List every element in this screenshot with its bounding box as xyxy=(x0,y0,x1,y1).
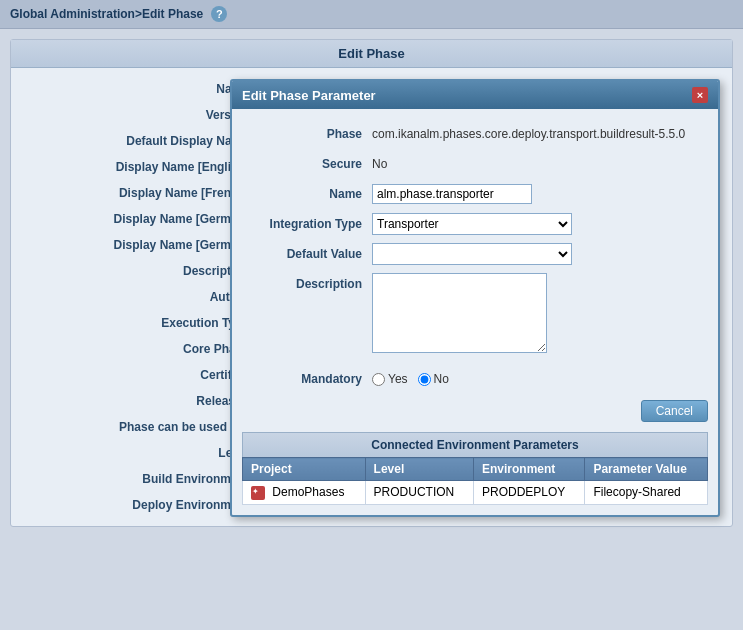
label-build-env: Build Environment xyxy=(11,469,259,489)
mandatory-radio-group: Yes No xyxy=(372,368,708,390)
label-display-german1: Display Name [German] xyxy=(11,209,259,229)
mandatory-no-radio[interactable] xyxy=(418,373,431,386)
label-display-english: Display Name [English] xyxy=(11,157,259,177)
label-version: Version xyxy=(11,105,259,125)
modal-row-mandatory: Mandatory Yes No xyxy=(242,364,708,394)
panel-header: Edit Phase xyxy=(11,40,732,68)
label-certified: Certified xyxy=(11,365,259,385)
modal-header: Edit Phase Parameter × xyxy=(232,81,718,109)
cell-parameter-value: Filecopy-Shared xyxy=(585,481,708,505)
mandatory-yes-label[interactable]: Yes xyxy=(372,368,408,390)
mandatory-no-text: No xyxy=(434,368,449,390)
modal-label-integration-type: Integration Type xyxy=(242,213,372,235)
modal-row-phase: Phase com.ikanalm.phases.core.deploy.tra… xyxy=(242,119,708,149)
table-row: DemoPhases PRODUCTION PRODDEPLOY Filecop… xyxy=(243,481,708,505)
top-bar: Global Administration>Edit Phase ? xyxy=(0,0,743,29)
col-parameter-value: Parameter Value xyxy=(585,458,708,481)
label-level: Level xyxy=(11,443,259,463)
mandatory-no-label[interactable]: No xyxy=(418,368,449,390)
modal-default-value-select[interactable] xyxy=(372,243,572,265)
env-params-header: Connected Environment Parameters xyxy=(242,432,708,457)
label-deploy-env: Deploy Environment xyxy=(11,495,259,515)
project-row-icon xyxy=(251,486,265,500)
modal-close-button[interactable]: × xyxy=(692,87,708,103)
modal-title: Edit Phase Parameter xyxy=(242,88,376,103)
modal-row-integration-type: Integration Type Transporter Maven Ant S… xyxy=(242,209,708,239)
modal-value-description xyxy=(372,273,708,360)
label-core-phase: Core Phase xyxy=(11,339,259,359)
edit-phase-parameter-modal: Edit Phase Parameter × Phase com.ikanalm… xyxy=(230,79,720,517)
cell-environment: PRODDEPLOY xyxy=(473,481,584,505)
mandatory-yes-text: Yes xyxy=(388,368,408,390)
cell-level: PRODUCTION xyxy=(365,481,473,505)
label-execution-type: Execution Type xyxy=(11,313,259,333)
project-name: DemoPhases xyxy=(272,485,344,499)
cell-project: DemoPhases xyxy=(243,481,366,505)
modal-row-default-value: Default Value xyxy=(242,239,708,269)
label-name: Name xyxy=(11,79,259,99)
col-project: Project xyxy=(243,458,366,481)
label-display-german2: Display Name [German] xyxy=(11,235,259,255)
modal-row-secure: Secure No xyxy=(242,149,708,179)
label-default-display: Default Display Name xyxy=(11,131,259,151)
modal-value-phase: com.ikanalm.phases.core.deploy.transport… xyxy=(372,123,708,145)
modal-value-mandatory: Yes No xyxy=(372,368,708,390)
modal-body: Phase com.ikanalm.phases.core.deploy.tra… xyxy=(232,109,718,515)
modal-buttons: Cancel xyxy=(242,394,708,424)
modal-label-default-value: Default Value xyxy=(242,243,372,265)
cancel-button[interactable]: Cancel xyxy=(641,400,708,422)
label-display-french: Display Name [French] xyxy=(11,183,259,203)
col-level: Level xyxy=(365,458,473,481)
breadcrumb: Global Administration>Edit Phase xyxy=(10,7,203,21)
label-description: Description xyxy=(11,261,259,281)
modal-value-secure: No xyxy=(372,153,708,175)
modal-value-name xyxy=(372,183,708,205)
modal-row-name: Name xyxy=(242,179,708,209)
modal-integration-type-select[interactable]: Transporter Maven Ant Script xyxy=(372,213,572,235)
modal-label-mandatory: Mandatory xyxy=(242,368,372,390)
label-phase-used: Phase can be used on: xyxy=(11,417,259,437)
label-released: Released xyxy=(11,391,259,411)
modal-label-phase: Phase xyxy=(242,123,372,145)
modal-value-default-value xyxy=(372,243,708,265)
modal-label-name: Name xyxy=(242,183,372,205)
help-icon[interactable]: ? xyxy=(211,6,227,22)
modal-label-description: Description xyxy=(242,273,372,295)
label-author: Author xyxy=(11,287,259,307)
mandatory-yes-radio[interactable] xyxy=(372,373,385,386)
modal-value-integration-type: Transporter Maven Ant Script xyxy=(372,213,708,235)
modal-row-description: Description xyxy=(242,269,708,364)
modal-label-secure: Secure xyxy=(242,153,372,175)
modal-name-input[interactable] xyxy=(372,184,532,204)
col-environment: Environment xyxy=(473,458,584,481)
env-params-table: Project Level Environment Parameter Valu… xyxy=(242,457,708,505)
env-params-section: Connected Environment Parameters Project… xyxy=(242,432,708,505)
modal-description-textarea[interactable] xyxy=(372,273,547,353)
main-content: Edit Phase Name com.ikanalm.phases.core.… xyxy=(0,29,743,537)
